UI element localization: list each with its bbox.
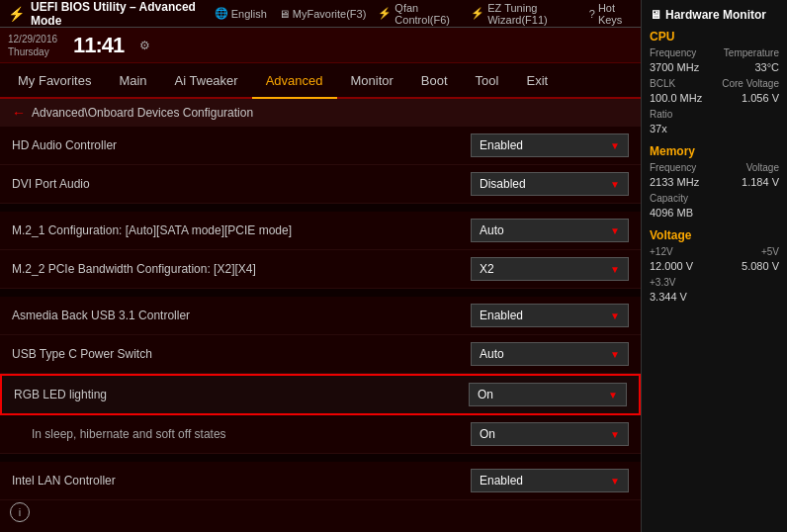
nav-exit[interactable]: Exit [512, 62, 562, 98]
mem-freq-values: 2133 MHz 1.184 V [650, 176, 779, 190]
cpu-ratio-value: 37x [650, 123, 667, 134]
divider-2 [0, 289, 641, 297]
usb31-dropdown[interactable]: Enabled ▼ [471, 304, 629, 327]
date-display: 12/29/2016 Thursday [8, 33, 57, 58]
volt-12v-value: 12.000 V [650, 260, 693, 272]
main-content: ← Advanced\Onboard Devices Configuration… [0, 99, 641, 532]
nav-bar: My Favorites Main Ai Tweaker Advanced Mo… [0, 63, 641, 99]
nav-my-favorites[interactable]: My Favorites [4, 62, 105, 98]
nav-advanced[interactable]: Advanced [252, 63, 337, 99]
header-area: ⚡ UEFI BIOS Utility – Advanced Mode 🌐 En… [0, 0, 641, 99]
eztuning-link[interactable]: ⚡ EZ Tuning Wizard(F11) [471, 2, 577, 26]
m2-2-pcie-row: M.2_2 PCIe Bandwidth Configuration: [X2]… [0, 250, 641, 289]
mem-freq-row-labels: Frequency Voltage [650, 162, 779, 173]
english-link[interactable]: 🌐 English [215, 7, 267, 20]
usb31-arrow-icon: ▼ [610, 310, 620, 321]
hd-audio-label: HD Audio Controller [12, 138, 471, 152]
cpu-ratio-value-row: 37x [650, 123, 779, 136]
m2-1-config-dropdown[interactable]: Auto ▼ [471, 219, 629, 242]
nav-monitor[interactable]: Monitor [337, 62, 407, 98]
intel-lan-label: Intel LAN Controller [12, 474, 471, 488]
cpu-bclk-label: BCLK [650, 78, 675, 89]
myfavorite-link[interactable]: 🖥 MyFavorite(F3) [279, 8, 367, 20]
volt-33v-value-row: 3.344 V [650, 291, 779, 305]
mem-cap-label: Capacity [650, 193, 688, 204]
m2-1-config-label: M.2_1 Configuration: [Auto][SATA mode][P… [12, 223, 471, 237]
mem-cap-value-row: 4096 MB [650, 207, 779, 221]
cpu-freq-label: Frequency [650, 47, 696, 58]
usb31-label: Asmedia Back USB 3.1 Controller [12, 309, 471, 322]
mem-cap-value: 4096 MB [650, 207, 693, 219]
m2-1-config-row: M.2_1 Configuration: [Auto][SATA mode][P… [0, 212, 641, 250]
usb-typec-value: Auto [480, 347, 504, 361]
memory-section-title: Memory [650, 144, 779, 158]
m2-1-config-value: Auto [480, 223, 504, 237]
m2-2-pcie-label: M.2_2 PCIe Bandwidth Configuration: [X2]… [12, 262, 471, 276]
m2-2-pcie-arrow-icon: ▼ [610, 264, 620, 275]
cpu-freq-value: 3700 MHz [650, 61, 699, 73]
rgb-led-label: RGB LED lighting [14, 388, 469, 401]
nav-ai-tweaker[interactable]: Ai Tweaker [161, 62, 252, 98]
m2-2-pcie-dropdown[interactable]: X2 ▼ [471, 257, 629, 281]
top-bar-links: 🌐 English 🖥 MyFavorite(F3) ⚡ Qfan Contro… [215, 2, 633, 26]
cpu-corevolt-value: 1.056 V [742, 92, 779, 104]
nav-main[interactable]: Main [105, 62, 160, 98]
settings-gear-icon[interactable]: ⚙ [139, 39, 150, 52]
hw-monitor-title: 🖥 Hardware Monitor [650, 8, 779, 22]
sleep-states-value: On [480, 427, 495, 441]
dvi-port-label: DVI Port Audio [12, 177, 471, 191]
nav-boot[interactable]: Boot [407, 62, 462, 98]
dvi-port-row: DVI Port Audio Disabled ▼ [0, 165, 641, 204]
usb31-row: Asmedia Back USB 3.1 Controller Enabled … [0, 297, 641, 335]
cpu-frequency-values: 3700 MHz 33°C [650, 61, 779, 75]
m2-2-pcie-value: X2 [480, 262, 494, 276]
usb31-value: Enabled [480, 309, 523, 322]
cpu-bclk-value: 100.0 MHz [650, 92, 702, 104]
cpu-temp-label: Temperature [724, 47, 779, 58]
cpu-temp-value: 33°C [754, 61, 779, 73]
intel-lan-value: Enabled [480, 474, 523, 488]
mem-volt-label: Voltage [746, 162, 779, 173]
divider-1 [0, 204, 641, 212]
monitor-icon: 🖥 [650, 8, 661, 22]
mem-freq-value: 2133 MHz [650, 176, 699, 188]
volt-33v-label-row: +3.3V [650, 277, 779, 288]
usb-typec-arrow-icon: ▼ [610, 349, 620, 360]
volt-12v-label: +12V [650, 246, 673, 257]
m2-1-config-arrow-icon: ▼ [610, 225, 620, 236]
rgb-led-value: On [478, 388, 493, 401]
dvi-port-dropdown[interactable]: Disabled ▼ [471, 172, 629, 196]
nav-tool[interactable]: Tool [462, 62, 513, 98]
qfan-link[interactable]: ⚡ Qfan Control(F6) [378, 2, 459, 26]
divider-3 [0, 454, 641, 462]
intel-lan-row: Intel LAN Controller Enabled ▼ [0, 462, 641, 500]
top-bar: ⚡ UEFI BIOS Utility – Advanced Mode 🌐 En… [0, 0, 641, 28]
usb-typec-label: USB Type C Power Switch [12, 347, 471, 361]
time-display: 11:41 [73, 33, 124, 58]
sleep-states-dropdown[interactable]: On ▼ [471, 422, 629, 446]
rgb-led-dropdown[interactable]: On ▼ [469, 383, 627, 406]
dvi-port-arrow-icon: ▼ [610, 179, 620, 190]
logo-area: ⚡ UEFI BIOS Utility – Advanced Mode [8, 0, 207, 28]
bios-title: UEFI BIOS Utility – Advanced Mode [31, 0, 207, 28]
mem-volt-value: 1.184 V [742, 176, 779, 188]
cpu-ratio-label: Ratio [650, 109, 672, 120]
mem-cap-label-row: Capacity [650, 193, 779, 204]
dvi-port-value: Disabled [480, 177, 526, 191]
back-arrow-icon[interactable]: ← [12, 105, 26, 121]
volt-33v-value: 3.344 V [650, 291, 687, 303]
mem-freq-label: Frequency [650, 162, 696, 173]
cpu-bclk-row-labels: BCLK Core Voltage [650, 78, 779, 89]
usb-typec-row: USB Type C Power Switch Auto ▼ [0, 335, 641, 374]
rgb-led-row: RGB LED lighting On ▼ [0, 374, 641, 415]
info-button[interactable]: i [10, 502, 30, 522]
hardware-monitor-panel: 🖥 Hardware Monitor CPU Frequency Tempera… [641, 0, 787, 532]
intel-lan-dropdown[interactable]: Enabled ▼ [471, 469, 629, 492]
hotkeys-link[interactable]: ? Hot Keys [589, 2, 633, 26]
hd-audio-dropdown[interactable]: Enabled ▼ [471, 133, 629, 157]
volt-12v-values: 12.000 V 5.080 V [650, 260, 779, 274]
hd-audio-value: Enabled [480, 138, 523, 152]
volt-5v-label: +5V [761, 246, 779, 257]
usb-typec-dropdown[interactable]: Auto ▼ [471, 342, 629, 366]
voltage-section-title: Voltage [650, 228, 779, 242]
